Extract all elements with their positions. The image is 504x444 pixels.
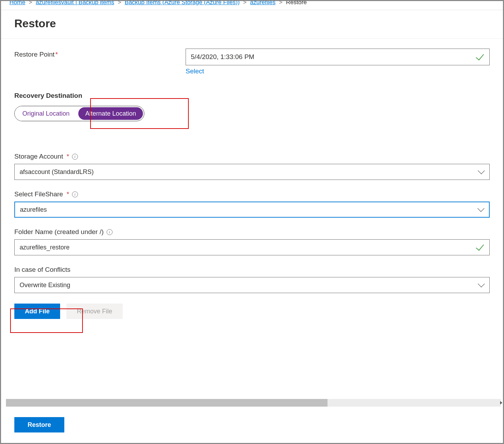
restore-point-label: Restore Point* [14,49,186,58]
breadcrumb-home[interactable]: Home [9,1,25,6]
storage-account-select[interactable]: afsaccount (StandardLRS) [14,164,490,180]
breadcrumb-sep: > [243,1,247,6]
storage-account-value: afsaccount (StandardLRS) [20,168,94,176]
pill-original-location[interactable]: Original Location [15,106,77,121]
conflicts-label: In case of Conflicts [14,266,490,274]
restore-point-input[interactable]: 5/4/2020, 1:33:06 PM [186,49,490,65]
breadcrumb-restore: Restore [286,1,307,6]
fileshare-value: azurefiles [20,206,47,213]
scroll-right-arrow-icon[interactable] [499,399,503,407]
fileshare-label: Select FileShare* i [14,190,490,198]
folder-name-label: Folder Name (created under /) i [14,228,490,236]
scrollbar-thumb[interactable] [6,399,327,407]
horizontal-scrollbar[interactable] [6,399,501,407]
chevron-down-icon [478,167,485,174]
conflicts-select[interactable]: Overwrite Existing [14,277,490,293]
breadcrumb-vault[interactable]: azurefilesvault | Backup items [36,1,114,6]
fileshare-select[interactable]: azurefiles [14,202,490,218]
recovery-destination-toggle: Original Location Alternate Location [14,106,144,121]
remove-file-button: Remove File [66,304,123,319]
chevron-down-icon [477,205,484,212]
info-icon[interactable]: i [72,154,78,160]
folder-name-value: azurefiles_restore [20,244,70,251]
breadcrumb-sep: > [29,1,32,6]
storage-account-label: Storage Account* i [14,153,490,160]
restore-point-select-link[interactable]: Select [186,67,204,75]
breadcrumb-backup-items[interactable]: Backup Items (Azure Storage (Azure Files… [125,1,240,6]
recovery-destination-label: Recovery Destination [14,92,490,100]
chevron-down-icon [478,281,485,287]
restore-point-value: 5/4/2020, 1:33:06 PM [191,53,254,61]
breadcrumb-sep: > [118,1,121,6]
pill-alternate-location[interactable]: Alternate Location [78,107,143,120]
conflicts-value: Overwrite Existing [20,282,70,289]
info-icon[interactable]: i [107,229,113,235]
add-file-button[interactable]: Add File [14,304,60,319]
page-title: Restore [1,10,503,39]
breadcrumb-azurefiles[interactable]: azurefiles [250,1,276,6]
info-icon[interactable]: i [72,191,78,197]
breadcrumb: Home > azurefilesvault | Backup items > … [1,1,503,10]
restore-button[interactable]: Restore [14,417,64,432]
breadcrumb-sep: > [279,1,282,6]
folder-name-input[interactable]: azurefiles_restore [14,239,490,255]
